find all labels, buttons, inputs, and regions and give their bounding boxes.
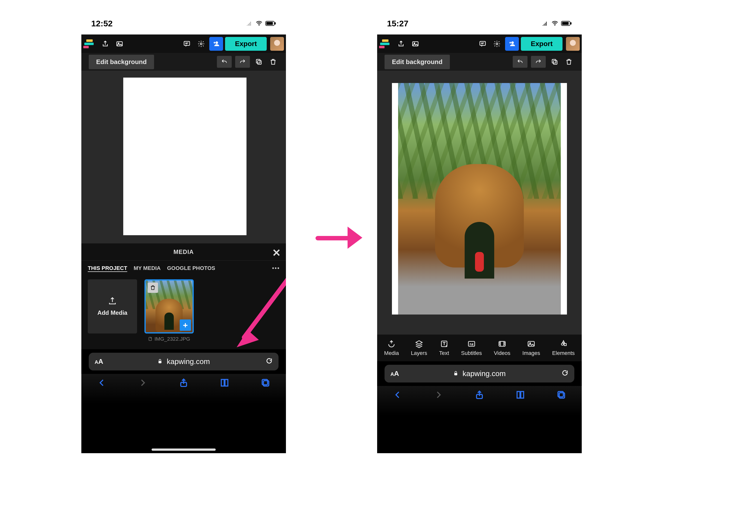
user-avatar[interactable] — [270, 37, 284, 51]
export-button[interactable]: Export — [521, 37, 562, 51]
text-size-button[interactable]: AA — [94, 358, 103, 366]
tab-subtitles[interactable]: Subtitles — [461, 340, 482, 356]
image-icon[interactable] — [113, 38, 126, 50]
ios-status-bar: 15:27 — [377, 12, 582, 35]
forward-button[interactable] — [434, 390, 444, 401]
svg-point-0 — [258, 25, 259, 26]
tabs-button[interactable] — [260, 378, 270, 389]
media-filename: IMG_2322.JPG — [148, 336, 190, 342]
add-media-button[interactable]: Add Media — [88, 279, 137, 334]
status-time: 12:52 — [91, 19, 113, 28]
media-panel-header: MEDIA ✕ — [81, 243, 286, 261]
invite-user-button[interactable] — [209, 37, 223, 51]
tab-this-project[interactable]: THIS PROJECT — [88, 265, 127, 271]
safari-nav-bar — [377, 386, 582, 416]
svg-rect-27 — [554, 61, 557, 64]
comment-icon[interactable] — [476, 38, 489, 50]
svg-rect-21 — [570, 22, 571, 25]
battery-icon — [265, 21, 276, 26]
battery-icon — [561, 21, 572, 26]
media-body: Add Media + IMG_2322.JPG — [81, 276, 286, 349]
copy-icon[interactable] — [254, 56, 264, 68]
redo-button[interactable] — [531, 56, 546, 68]
reload-icon[interactable] — [266, 357, 273, 366]
svg-rect-28 — [552, 59, 556, 63]
svg-point-8 — [216, 41, 218, 44]
close-icon[interactable]: ✕ — [272, 247, 281, 259]
bookmarks-button[interactable] — [220, 378, 230, 389]
tab-my-media[interactable]: MY MEDIA — [134, 265, 161, 271]
edit-background-button[interactable]: Edit background — [89, 55, 154, 69]
svg-rect-10 — [256, 59, 260, 63]
user-avatar[interactable] — [566, 37, 580, 51]
gear-icon[interactable] — [491, 38, 503, 50]
delete-media-button[interactable] — [148, 283, 158, 293]
add-to-canvas-button[interactable]: + — [180, 319, 191, 331]
reload-icon[interactable] — [561, 369, 568, 378]
canvas-area[interactable] — [81, 71, 286, 243]
text-size-button[interactable]: AA — [391, 370, 399, 378]
url-pill[interactable]: AA kapwing.com — [89, 353, 279, 370]
bookmarks-button[interactable] — [515, 390, 525, 401]
status-indicators — [246, 20, 276, 27]
copy-icon[interactable] — [549, 56, 560, 68]
undo-button[interactable] — [513, 56, 527, 68]
export-button[interactable]: Export — [225, 37, 267, 51]
svg-rect-34 — [454, 373, 457, 375]
signal-icon — [542, 20, 549, 27]
svg-rect-20 — [562, 22, 568, 25]
tab-media[interactable]: Media — [384, 340, 399, 356]
back-button[interactable] — [393, 390, 402, 401]
tab-text[interactable]: Text — [439, 340, 449, 356]
edit-background-button[interactable]: Edit background — [385, 55, 450, 69]
svg-rect-22 — [413, 42, 418, 46]
more-icon[interactable]: ••• — [272, 265, 280, 271]
tab-videos[interactable]: Videos — [494, 340, 510, 356]
safari-url-bar: AA kapwing.com — [81, 349, 286, 374]
svg-point-26 — [511, 41, 514, 44]
tabs-button[interactable] — [556, 390, 566, 401]
svg-rect-12 — [159, 361, 161, 363]
share-icon[interactable] — [395, 38, 407, 50]
canvas-area[interactable] — [377, 71, 582, 334]
undo-button[interactable] — [217, 56, 232, 68]
phone-screenshot-left: 12:52 Export Edit background MEDIA ✕ — [81, 12, 286, 453]
phone-screenshot-right: 15:27 Export Edit background Me — [377, 12, 582, 453]
media-thumbnail[interactable]: + — [145, 279, 194, 334]
url-pill[interactable]: AA kapwing.com — [385, 365, 574, 383]
blank-canvas[interactable] — [123, 78, 247, 235]
canvas-with-image[interactable] — [392, 83, 567, 315]
gear-icon[interactable] — [195, 38, 207, 50]
tab-google-photos[interactable]: GOOGLE PHOTOS — [167, 265, 215, 271]
share-button[interactable] — [179, 378, 189, 389]
status-time: 15:27 — [387, 19, 408, 28]
signal-icon — [246, 20, 253, 27]
share-icon[interactable] — [99, 38, 111, 50]
forward-button[interactable] — [138, 378, 148, 389]
invite-user-button[interactable] — [505, 37, 519, 51]
tab-elements[interactable]: Elements — [552, 340, 575, 356]
lock-icon — [453, 369, 458, 378]
svg-rect-3 — [275, 22, 276, 25]
trash-icon[interactable] — [268, 56, 279, 68]
svg-point-7 — [201, 43, 202, 45]
lock-icon — [157, 357, 163, 366]
status-indicators — [542, 20, 572, 27]
image-icon[interactable] — [409, 38, 421, 50]
trash-icon[interactable] — [563, 56, 574, 68]
comment-icon[interactable] — [181, 38, 193, 50]
kapwing-logo[interactable] — [379, 39, 391, 49]
tab-images[interactable]: Images — [522, 340, 540, 356]
secondary-toolbar: Edit background — [81, 53, 286, 71]
transition-arrow — [315, 227, 367, 249]
safari-url-bar: AA kapwing.com — [377, 361, 582, 386]
back-button[interactable] — [97, 378, 107, 389]
redo-button[interactable] — [235, 56, 250, 68]
svg-rect-30 — [468, 342, 475, 346]
share-button[interactable] — [474, 390, 484, 401]
media-panel: MEDIA ✕ THIS PROJECT MY MEDIA GOOGLE PHO… — [81, 243, 286, 349]
kapwing-logo[interactable] — [83, 39, 94, 49]
inserted-image[interactable] — [398, 83, 561, 315]
tab-layers[interactable]: Layers — [411, 340, 427, 356]
svg-rect-11 — [149, 337, 151, 341]
